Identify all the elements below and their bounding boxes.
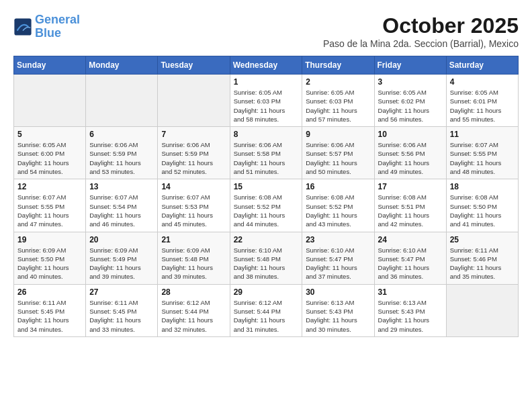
day-info: Sunrise: 6:09 AM Sunset: 5:48 PM Dayligh…: [161, 246, 226, 281]
day-info: Sunrise: 6:09 AM Sunset: 5:49 PM Dayligh…: [89, 246, 154, 281]
calendar-day-cell: 1Sunrise: 6:05 AM Sunset: 6:03 PM Daylig…: [230, 75, 302, 127]
day-info: Sunrise: 6:11 AM Sunset: 5:45 PM Dayligh…: [17, 298, 82, 334]
day-number: 12: [17, 182, 82, 191]
calendar-table: SundayMondayTuesdayWednesdayThursdayFrid…: [13, 56, 519, 337]
calendar-day-cell: 30Sunrise: 6:13 AM Sunset: 5:43 PM Dayli…: [302, 284, 374, 336]
day-info: Sunrise: 6:07 AM Sunset: 5:53 PM Dayligh…: [161, 193, 226, 228]
calendar-week-row: 12Sunrise: 6:07 AM Sunset: 5:55 PM Dayli…: [14, 179, 519, 232]
day-info: Sunrise: 6:07 AM Sunset: 5:54 PM Dayligh…: [89, 193, 154, 228]
calendar-day-cell: 9Sunrise: 6:06 AM Sunset: 5:57 PM Daylig…: [302, 127, 374, 179]
day-info: Sunrise: 6:12 AM Sunset: 5:44 PM Dayligh…: [234, 298, 299, 334]
calendar-day-cell: 27Sunrise: 6:11 AM Sunset: 5:45 PM Dayli…: [86, 284, 158, 336]
day-number: 25: [450, 235, 515, 244]
day-info: Sunrise: 6:09 AM Sunset: 5:50 PM Dayligh…: [17, 246, 82, 281]
calendar-day-cell: 13Sunrise: 6:07 AM Sunset: 5:54 PM Dayli…: [86, 179, 158, 232]
day-number: 30: [306, 287, 370, 297]
day-info: Sunrise: 6:05 AM Sunset: 6:01 PM Dayligh…: [450, 88, 515, 124]
day-number: 1: [234, 77, 299, 87]
logo: General Blue: [13, 13, 80, 40]
day-number: 3: [378, 77, 443, 87]
weekday-header: Saturday: [446, 56, 518, 75]
day-number: 24: [378, 235, 443, 244]
weekday-header: Thursday: [302, 56, 374, 75]
weekday-header: Wednesday: [230, 56, 302, 75]
day-number: 15: [234, 182, 299, 191]
calendar-day-cell: 2Sunrise: 6:05 AM Sunset: 6:03 PM Daylig…: [302, 75, 374, 127]
calendar-day-cell: 11Sunrise: 6:07 AM Sunset: 5:55 PM Dayli…: [446, 127, 518, 179]
calendar-day-cell: [14, 75, 86, 127]
calendar-day-cell: 16Sunrise: 6:08 AM Sunset: 5:52 PM Dayli…: [302, 179, 374, 232]
calendar-day-cell: 23Sunrise: 6:10 AM Sunset: 5:47 PM Dayli…: [302, 232, 374, 284]
day-number: 21: [161, 235, 226, 244]
day-info: Sunrise: 6:10 AM Sunset: 5:47 PM Dayligh…: [378, 246, 443, 281]
calendar-week-row: 26Sunrise: 6:11 AM Sunset: 5:45 PM Dayli…: [14, 284, 519, 336]
calendar-body: 1Sunrise: 6:05 AM Sunset: 6:03 PM Daylig…: [14, 75, 519, 337]
day-number: 22: [234, 235, 299, 244]
title-block: October 2025 Paso de la Mina 2da. Seccio…: [323, 13, 519, 49]
day-number: 2: [306, 77, 370, 87]
day-info: Sunrise: 6:08 AM Sunset: 5:52 PM Dayligh…: [306, 193, 370, 228]
day-info: Sunrise: 6:08 AM Sunset: 5:50 PM Dayligh…: [450, 193, 515, 228]
calendar-day-cell: 19Sunrise: 6:09 AM Sunset: 5:50 PM Dayli…: [14, 232, 86, 284]
day-number: 31: [378, 287, 443, 297]
calendar-day-cell: 18Sunrise: 6:08 AM Sunset: 5:50 PM Dayli…: [446, 179, 518, 232]
day-number: 20: [89, 235, 154, 244]
day-number: 26: [17, 287, 82, 297]
day-info: Sunrise: 6:06 AM Sunset: 5:57 PM Dayligh…: [306, 140, 370, 176]
day-number: 16: [306, 182, 370, 191]
day-info: Sunrise: 6:13 AM Sunset: 5:43 PM Dayligh…: [306, 298, 370, 334]
logo-icon: [13, 17, 32, 36]
day-info: Sunrise: 6:10 AM Sunset: 5:48 PM Dayligh…: [234, 246, 299, 281]
weekday-header: Sunday: [14, 56, 86, 75]
calendar-week-row: 19Sunrise: 6:09 AM Sunset: 5:50 PM Dayli…: [14, 232, 519, 284]
day-info: Sunrise: 6:08 AM Sunset: 5:52 PM Dayligh…: [234, 193, 299, 228]
day-number: 9: [306, 130, 370, 139]
calendar-day-cell: 25Sunrise: 6:11 AM Sunset: 5:46 PM Dayli…: [446, 232, 518, 284]
day-info: Sunrise: 6:11 AM Sunset: 5:45 PM Dayligh…: [89, 298, 154, 334]
calendar-day-cell: 7Sunrise: 6:06 AM Sunset: 5:59 PM Daylig…: [158, 127, 230, 179]
day-info: Sunrise: 6:05 AM Sunset: 6:00 PM Dayligh…: [17, 140, 82, 176]
day-number: 28: [161, 287, 226, 297]
calendar-day-cell: 8Sunrise: 6:06 AM Sunset: 5:58 PM Daylig…: [230, 127, 302, 179]
calendar-header-row: SundayMondayTuesdayWednesdayThursdayFrid…: [14, 56, 519, 75]
day-number: 8: [234, 130, 299, 139]
day-info: Sunrise: 6:11 AM Sunset: 5:46 PM Dayligh…: [450, 246, 515, 281]
day-number: 4: [450, 77, 515, 87]
day-number: 17: [378, 182, 443, 191]
weekday-header: Monday: [86, 56, 158, 75]
calendar-day-cell: 20Sunrise: 6:09 AM Sunset: 5:49 PM Dayli…: [86, 232, 158, 284]
day-number: 7: [161, 130, 226, 139]
day-number: 5: [17, 130, 82, 139]
day-number: 10: [378, 130, 443, 139]
calendar-week-row: 5Sunrise: 6:05 AM Sunset: 6:00 PM Daylig…: [14, 127, 519, 179]
day-info: Sunrise: 6:05 AM Sunset: 6:03 PM Dayligh…: [306, 88, 370, 124]
calendar-day-cell: 6Sunrise: 6:06 AM Sunset: 5:59 PM Daylig…: [86, 127, 158, 179]
calendar-day-cell: 12Sunrise: 6:07 AM Sunset: 5:55 PM Dayli…: [14, 179, 86, 232]
calendar-day-cell: 4Sunrise: 6:05 AM Sunset: 6:01 PM Daylig…: [446, 75, 518, 127]
calendar-day-cell: 29Sunrise: 6:12 AM Sunset: 5:44 PM Dayli…: [230, 284, 302, 336]
day-info: Sunrise: 6:06 AM Sunset: 5:58 PM Dayligh…: [234, 140, 299, 176]
weekday-header: Tuesday: [158, 56, 230, 75]
calendar-day-cell: 3Sunrise: 6:05 AM Sunset: 6:02 PM Daylig…: [374, 75, 446, 127]
day-number: 6: [89, 130, 154, 139]
day-number: 29: [234, 287, 299, 297]
calendar-day-cell: [86, 75, 158, 127]
day-info: Sunrise: 6:06 AM Sunset: 5:56 PM Dayligh…: [378, 140, 443, 176]
calendar-day-cell: 5Sunrise: 6:05 AM Sunset: 6:00 PM Daylig…: [14, 127, 86, 179]
day-number: 27: [89, 287, 154, 297]
day-info: Sunrise: 6:10 AM Sunset: 5:47 PM Dayligh…: [306, 246, 370, 281]
day-info: Sunrise: 6:06 AM Sunset: 5:59 PM Dayligh…: [161, 140, 226, 176]
calendar-day-cell: 14Sunrise: 6:07 AM Sunset: 5:53 PM Dayli…: [158, 179, 230, 232]
logo-text: General Blue: [35, 13, 80, 40]
day-info: Sunrise: 6:13 AM Sunset: 5:43 PM Dayligh…: [378, 298, 443, 334]
day-info: Sunrise: 6:08 AM Sunset: 5:51 PM Dayligh…: [378, 193, 443, 228]
day-number: 13: [89, 182, 154, 191]
day-info: Sunrise: 6:07 AM Sunset: 5:55 PM Dayligh…: [17, 193, 82, 228]
calendar-day-cell: 17Sunrise: 6:08 AM Sunset: 5:51 PM Dayli…: [374, 179, 446, 232]
calendar-day-cell: 24Sunrise: 6:10 AM Sunset: 5:47 PM Dayli…: [374, 232, 446, 284]
day-number: 14: [161, 182, 226, 191]
calendar-day-cell: 28Sunrise: 6:12 AM Sunset: 5:44 PM Dayli…: [158, 284, 230, 336]
calendar-day-cell: 22Sunrise: 6:10 AM Sunset: 5:48 PM Dayli…: [230, 232, 302, 284]
calendar-day-cell: 31Sunrise: 6:13 AM Sunset: 5:43 PM Dayli…: [374, 284, 446, 336]
weekday-header: Friday: [374, 56, 446, 75]
